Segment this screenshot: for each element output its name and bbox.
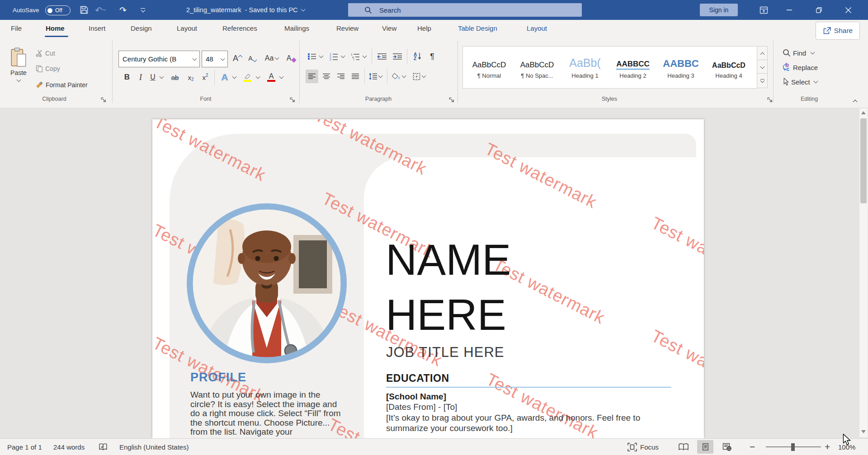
borders-button[interactable]	[411, 70, 427, 83]
style-heading-3[interactable]: AABBC Heading 3	[658, 48, 703, 85]
select-button[interactable]: Select	[781, 77, 819, 87]
text-effects-dropdown[interactable]	[231, 70, 237, 84]
restore-button[interactable]	[808, 0, 829, 20]
underline-dropdown[interactable]	[158, 70, 165, 84]
change-case-button[interactable]: Aa	[262, 52, 281, 65]
numbering-button[interactable]: 1 2 3	[327, 50, 340, 63]
replace-button[interactable]: b c Replace	[781, 62, 819, 72]
styles-dialog-launcher[interactable]	[767, 97, 773, 103]
styles-gallery-expand-button[interactable]	[757, 73, 768, 88]
school-name[interactable]: [School Name]	[386, 392, 446, 402]
highlight-dropdown[interactable]	[255, 70, 261, 84]
styles-scroll-up-button[interactable]	[757, 46, 768, 61]
align-right-button[interactable]	[335, 70, 347, 83]
shrink-font-button[interactable]: A	[246, 52, 259, 65]
scroll-down-button[interactable]	[861, 430, 866, 433]
undo-button[interactable]: ↶	[93, 0, 108, 20]
font-name-combobox[interactable]: Century Gothic (B	[118, 51, 200, 67]
education-body[interactable]: [It’s okay to brag about your GPA, award…	[386, 413, 666, 433]
close-button[interactable]	[838, 0, 859, 20]
focus-mode-button[interactable]: Focus	[627, 439, 659, 455]
tab-design[interactable]: Design	[131, 20, 152, 37]
customize-quick-access-button[interactable]	[136, 0, 150, 20]
line-spacing-button[interactable]	[368, 70, 382, 83]
profile-heading[interactable]: PROFILE	[190, 371, 246, 385]
italic-button[interactable]: I	[136, 70, 146, 84]
tab-mailings[interactable]: Mailings	[284, 20, 309, 37]
style-heading-2[interactable]: AABBCC Heading 2	[610, 48, 656, 85]
find-button[interactable]: Find	[781, 48, 816, 58]
multilevel-dropdown[interactable]	[362, 50, 368, 63]
autosave-toggle[interactable]: Off	[45, 5, 71, 15]
tab-help[interactable]: Help	[417, 20, 431, 37]
shading-button[interactable]	[391, 70, 406, 83]
tab-table-design[interactable]: Table Design	[458, 20, 497, 37]
search-input[interactable]: Search	[348, 3, 582, 17]
vertical-scrollbar[interactable]	[859, 108, 868, 437]
tab-insert[interactable]: Insert	[89, 20, 106, 37]
name-heading[interactable]: NAME HERE	[386, 232, 511, 342]
tab-layout[interactable]: Layout	[177, 20, 197, 37]
tab-view[interactable]: View	[382, 20, 396, 37]
zoom-slider-thumb[interactable]	[791, 443, 795, 451]
show-formatting-button[interactable]: ¶	[427, 50, 438, 63]
paragraph-dialog-launcher[interactable]	[448, 97, 455, 103]
font-size-combobox[interactable]: 48	[202, 51, 228, 67]
profile-photo[interactable]	[187, 203, 347, 363]
print-layout-button[interactable]	[697, 440, 713, 454]
clipboard-dialog-launcher[interactable]	[100, 97, 107, 103]
tab-review[interactable]: Review	[336, 20, 359, 37]
decrease-indent-button[interactable]	[375, 50, 389, 63]
font-color-dropdown[interactable]	[278, 70, 284, 84]
highlight-button[interactable]	[241, 70, 254, 84]
sort-button[interactable]: AZ	[410, 50, 425, 63]
styles-scroll-down-button[interactable]	[757, 60, 768, 75]
tab-file[interactable]: File	[11, 20, 22, 37]
tab-references[interactable]: References	[222, 20, 257, 37]
collapse-ribbon-button[interactable]	[854, 98, 857, 105]
redo-button[interactable]: ↷	[116, 0, 130, 20]
proofing-status-button[interactable]	[99, 439, 108, 455]
strikethrough-button[interactable]: ab	[168, 70, 182, 84]
language-status[interactable]: English (United States)	[119, 439, 189, 455]
align-center-button[interactable]	[320, 70, 333, 83]
document-page[interactable]: Test watermark Test watermark Test water…	[152, 119, 704, 438]
style-no-spacing[interactable]: AaBbCcD ¶ No Spac...	[514, 48, 560, 85]
text-effects-button[interactable]: A	[218, 70, 231, 84]
superscript-button[interactable]: x 2	[199, 70, 212, 84]
multilevel-list-button[interactable]: 1 a i	[349, 50, 362, 63]
education-heading[interactable]: EDUCATION	[386, 372, 449, 385]
bullets-button[interactable]	[306, 50, 318, 63]
document-saved-state[interactable]: - Saved to this PC	[245, 6, 298, 14]
cut-button[interactable]: Cut	[34, 49, 57, 58]
numbering-dropdown[interactable]	[340, 50, 346, 63]
copy-button[interactable]: Copy	[34, 64, 61, 73]
clear-formatting-button[interactable]: A	[284, 52, 298, 65]
zoom-out-button[interactable]: −	[750, 439, 755, 455]
paste-button[interactable]: Paste	[5, 47, 32, 91]
tab-table-layout[interactable]: Layout	[527, 20, 547, 37]
read-mode-button[interactable]	[675, 440, 692, 454]
bullets-dropdown[interactable]	[318, 50, 324, 63]
font-dialog-launcher[interactable]	[289, 97, 296, 103]
align-left-button[interactable]	[306, 70, 318, 83]
sign-in-button[interactable]: Sign in	[700, 4, 738, 16]
ribbon-display-options-button[interactable]	[753, 0, 774, 20]
tab-home[interactable]: Home	[46, 20, 65, 37]
web-layout-button[interactable]	[719, 440, 735, 454]
style-heading-1[interactable]: AaBb( Heading 1	[562, 48, 608, 85]
bold-button[interactable]: B	[121, 70, 133, 84]
font-color-button[interactable]: A	[265, 70, 278, 84]
style-heading-4[interactable]: AaBbCcD Heading 4	[706, 48, 751, 85]
minimize-button[interactable]	[779, 0, 800, 20]
subscript-button[interactable]: x 2	[184, 70, 197, 84]
education-dates[interactable]: [Dates From] - [To]	[386, 402, 457, 412]
share-button[interactable]: Share	[816, 22, 860, 40]
job-title[interactable]: JOB TITLE HERE	[386, 344, 505, 361]
underline-button[interactable]: U	[147, 70, 158, 84]
scroll-up-button[interactable]	[861, 111, 866, 114]
increase-indent-button[interactable]	[391, 50, 404, 63]
save-button[interactable]	[77, 0, 91, 20]
scrollbar-thumb[interactable]	[860, 118, 867, 203]
zoom-in-button[interactable]: +	[825, 439, 830, 455]
